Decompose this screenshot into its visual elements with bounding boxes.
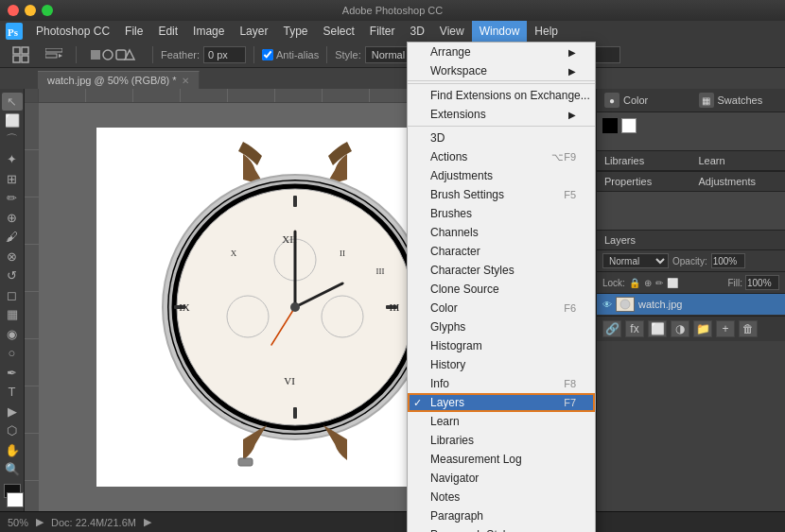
history-menu-item[interactable]: History	[408, 355, 595, 374]
histogram-menu-item[interactable]: Histogram	[408, 336, 595, 355]
adjustments-panel-header[interactable]: Adjustments	[691, 172, 786, 191]
art-lock-icon[interactable]: ✏	[655, 278, 663, 288]
fullscreen-button[interactable]	[42, 5, 53, 16]
glyphs-menu-item[interactable]: Glyphs	[408, 317, 595, 336]
layer-item-watch[interactable]: 👁 watch.jpg	[597, 294, 785, 316]
menu-edit[interactable]: Edit	[150, 21, 185, 42]
fill-input[interactable]	[745, 275, 779, 290]
layers-menu-item[interactable]: ✓ Layers F7	[408, 393, 595, 412]
paragraph-menu-item[interactable]: Paragraph	[408, 506, 595, 525]
channels-menu-item[interactable]: Channels	[408, 223, 595, 242]
layer-mask-button[interactable]: ⬜	[648, 320, 667, 337]
tool-hand[interactable]: ✋	[2, 441, 23, 459]
bg-color-swatch[interactable]	[621, 118, 637, 133]
style-label: Style:	[335, 49, 361, 60]
window-controls[interactable]	[8, 5, 53, 16]
tool-blur[interactable]: ◉	[2, 325, 23, 343]
tool-crop[interactable]: ⊞	[2, 170, 23, 188]
tool-clone[interactable]: ⊗	[2, 248, 23, 266]
color-menu-item[interactable]: Color F6	[408, 299, 595, 317]
learn-menu-item[interactable]: Learn	[408, 412, 595, 431]
feather-input[interactable]	[203, 46, 246, 63]
info-menu-item[interactable]: Info F8	[408, 374, 595, 393]
antialias-checkbox[interactable]	[262, 49, 273, 60]
layer-add-button[interactable]: +	[716, 320, 735, 337]
svg-rect-3	[22, 47, 28, 54]
svg-text:X: X	[230, 249, 236, 258]
tool-path-select[interactable]: ▶	[2, 403, 23, 420]
tool-magic-wand[interactable]: ✦	[2, 151, 23, 169]
libraries-panel-header[interactable]: Libraries	[597, 151, 691, 170]
statusbar-arrow[interactable]: ▶	[36, 516, 44, 528]
statusbar-right-arrow[interactable]: ▶	[144, 516, 151, 528]
menu-file[interactable]: File	[117, 21, 150, 42]
paragraph-styles-menu-item[interactable]: Paragraph Styles	[408, 525, 595, 532]
minimize-button[interactable]	[25, 5, 36, 16]
tool-gradient[interactable]: ▦	[2, 306, 23, 324]
fg-color-swatch[interactable]	[602, 118, 618, 133]
opacity-input[interactable]	[711, 253, 745, 268]
menu-3d[interactable]: 3D	[403, 21, 432, 42]
tool-pen[interactable]: ✒	[2, 364, 23, 382]
pixel-lock-icon[interactable]: ⬜	[667, 278, 678, 288]
measurement-log-menu-item[interactable]: Measurement Log	[408, 450, 595, 469]
move-lock-icon[interactable]: ⊕	[644, 278, 652, 288]
lock-icon[interactable]: 🔒	[629, 278, 640, 288]
menu-help[interactable]: Help	[527, 21, 566, 42]
menu-layer[interactable]: Layer	[232, 21, 275, 42]
right-panels: ● Color ▦ Swatches Libraries	[596, 89, 785, 511]
document-tab[interactable]: watch.jpg @ 50% (RGB/8) * ✕	[38, 71, 200, 89]
tool-move[interactable]: ↖	[2, 93, 23, 111]
tool-type[interactable]: T	[2, 384, 23, 402]
actions-menu-item[interactable]: Actions ⌥F9	[408, 147, 595, 166]
tool-eyedropper[interactable]: ✏	[2, 190, 23, 208]
navigator-menu-item[interactable]: Navigator	[408, 469, 595, 488]
3d-menu-item[interactable]: 3D	[408, 129, 595, 147]
character-menu-item[interactable]: Character	[408, 242, 595, 261]
find-extensions-menu-item[interactable]: Find Extensions on Exchange...	[408, 86, 595, 105]
toolbar-separator-3	[253, 46, 254, 63]
svg-text:IX: IX	[179, 301, 190, 313]
layer-fx-button[interactable]: fx	[625, 320, 644, 337]
layer-visible-icon[interactable]: 👁	[602, 300, 612, 310]
brushes-menu-item[interactable]: Brushes	[408, 204, 595, 223]
menu-type[interactable]: Type	[275, 21, 315, 42]
layer-group-button[interactable]: 📁	[693, 320, 712, 337]
close-button[interactable]	[8, 5, 19, 16]
layer-adjustment-button[interactable]: ◑	[671, 320, 689, 337]
color-panel-header[interactable]: ● Color	[597, 89, 691, 112]
tool-lasso[interactable]: ⌒	[2, 131, 23, 149]
tool-history-brush[interactable]: ↺	[2, 267, 23, 285]
tab-close-button[interactable]: ✕	[182, 76, 189, 86]
menu-image[interactable]: Image	[185, 21, 232, 42]
tool-zoom[interactable]: 🔍	[2, 461, 23, 479]
clone-source-menu-item[interactable]: Clone Source	[408, 280, 595, 299]
layer-delete-button[interactable]: 🗑	[739, 320, 758, 337]
extensions-menu-item[interactable]: Extensions ▶	[408, 105, 595, 124]
brush-settings-menu-item[interactable]: Brush Settings F5	[408, 185, 595, 204]
menu-view[interactable]: View	[432, 21, 472, 42]
arrange-icon[interactable]	[40, 46, 68, 63]
tool-dodge[interactable]: ○	[2, 345, 23, 363]
libraries-menu-item[interactable]: Libraries	[408, 431, 595, 450]
tool-heal[interactable]: ⊕	[2, 209, 23, 227]
menu-photoshop[interactable]: Photoshop CC	[28, 21, 117, 42]
menu-select[interactable]: Select	[315, 21, 361, 42]
layer-link-button[interactable]: 🔗	[602, 320, 621, 337]
learn-panel-header[interactable]: Learn	[691, 151, 786, 170]
tool-eraser[interactable]: ◻	[2, 286, 23, 304]
background-color[interactable]	[7, 492, 24, 506]
menu-filter[interactable]: Filter	[362, 21, 403, 42]
properties-panel-header[interactable]: Properties	[597, 172, 691, 191]
tool-shape[interactable]: ⬡	[2, 422, 23, 440]
notes-menu-item[interactable]: Notes	[408, 488, 595, 506]
adjustments-menu-item[interactable]: Adjustments	[408, 166, 595, 185]
arrange-menu-item[interactable]: Arrange ▶	[408, 43, 595, 61]
menu-window[interactable]: Window	[472, 21, 528, 42]
workspace-menu-item[interactable]: Workspace ▶	[408, 61, 595, 80]
character-styles-menu-item[interactable]: Character Styles	[408, 261, 595, 280]
blend-mode-select[interactable]: Normal	[602, 253, 669, 268]
tool-brush[interactable]: 🖌	[2, 229, 23, 247]
tool-select-rect[interactable]: ⬜	[2, 112, 23, 130]
swatches-panel-header[interactable]: ▦ Swatches	[691, 89, 786, 112]
